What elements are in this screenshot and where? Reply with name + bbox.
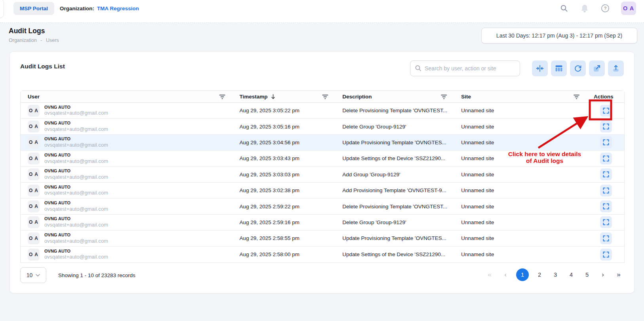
column-header-description[interactable]: Description bbox=[335, 91, 454, 102]
sidebar-edge-stub bbox=[0, 0, 4, 18]
description-cell: Delete Provisioning Template 'OVNGTEST..… bbox=[335, 204, 454, 210]
columns-button[interactable] bbox=[551, 60, 567, 76]
first-page-button[interactable]: « bbox=[484, 268, 495, 281]
filter-icon[interactable] bbox=[322, 94, 328, 99]
chevron-down-icon bbox=[36, 274, 40, 277]
breadcrumb-organization[interactable]: Organization bbox=[9, 38, 37, 43]
table-row[interactable]: O A OVNG AUTO ovsqatest+auto@gmail.com A… bbox=[21, 151, 624, 166]
refresh-button[interactable] bbox=[570, 60, 586, 76]
sort-desc-icon[interactable] bbox=[271, 94, 275, 99]
site-cell: Unnamed site bbox=[454, 108, 587, 113]
view-details-button[interactable] bbox=[600, 136, 612, 148]
user-email: ovsqatest+auto@gmail.com bbox=[44, 110, 108, 116]
last-page-button[interactable]: » bbox=[614, 268, 624, 281]
actions-cell bbox=[587, 216, 625, 228]
actions-cell bbox=[587, 249, 625, 261]
user-cell: O A OVNG AUTO ovsqatest+auto@gmail.com bbox=[21, 232, 232, 244]
actions-cell bbox=[587, 168, 625, 180]
user-cell: O A OVNG AUTO ovsqatest+auto@gmail.com bbox=[21, 136, 232, 148]
notifications-bell-icon[interactable] bbox=[580, 4, 589, 13]
row-avatar: O A bbox=[28, 200, 40, 212]
table-row[interactable]: O A OVNG AUTO ovsqatest+auto@gmail.com A… bbox=[21, 167, 624, 183]
search-input[interactable] bbox=[410, 60, 520, 76]
actions-cell bbox=[587, 121, 625, 132]
table-row[interactable]: O A OVNG AUTO ovsqatest+auto@gmail.com A… bbox=[21, 230, 624, 246]
audit-logs-card: Audit Logs List bbox=[9, 51, 635, 293]
table-row[interactable]: O A OVNG AUTO ovsqatest+auto@gmail.com A… bbox=[21, 215, 624, 230]
site-cell: Unnamed site bbox=[454, 140, 587, 145]
table-row[interactable]: O A OVNG AUTO ovsqatest+auto@gmail.com A… bbox=[21, 103, 624, 119]
row-avatar: O A bbox=[28, 216, 40, 228]
filter-icon[interactable] bbox=[574, 94, 579, 99]
page-button-5[interactable]: 5 bbox=[582, 268, 592, 281]
user-name: OVNG AUTO bbox=[44, 216, 108, 222]
description-cell: Add Group 'Group-9129' bbox=[335, 172, 454, 177]
column-header-user[interactable]: User bbox=[21, 91, 232, 102]
search-icon[interactable] bbox=[559, 4, 569, 13]
next-page-button[interactable]: › bbox=[598, 268, 608, 281]
page-button-4[interactable]: 4 bbox=[566, 268, 576, 281]
site-cell: Unnamed site bbox=[454, 172, 587, 177]
actions-cell bbox=[587, 200, 625, 212]
previous-page-button[interactable]: ‹ bbox=[500, 268, 511, 281]
description-cell: Delete Group 'Group-9129' bbox=[335, 219, 454, 225]
user-cell: O A OVNG AUTO ovsqatest+auto@gmail.com bbox=[21, 168, 232, 180]
view-details-button[interactable] bbox=[600, 232, 612, 244]
actions-cell bbox=[587, 105, 625, 117]
filter-icon[interactable] bbox=[219, 94, 225, 99]
user-name: OVNG AUTO bbox=[44, 105, 108, 110]
msp-portal-button[interactable]: MSP Portal bbox=[13, 2, 54, 15]
view-details-button[interactable] bbox=[600, 200, 612, 212]
user-cell: O A OVNG AUTO ovsqatest+auto@gmail.com bbox=[21, 105, 232, 117]
page-size-select[interactable]: 10 bbox=[20, 267, 46, 283]
help-icon[interactable]: ? bbox=[600, 4, 610, 13]
table-row[interactable]: O A OVNG AUTO ovsqatest+auto@gmail.com A… bbox=[21, 198, 624, 214]
audit-logs-page: MSP Portal Organization: TMA Regression bbox=[0, 0, 644, 321]
filter-icon[interactable] bbox=[441, 94, 447, 99]
table-row[interactable]: O A OVNG AUTO ovsqatest+auto@gmail.com A… bbox=[21, 135, 624, 151]
collapse-columns-button[interactable] bbox=[532, 60, 548, 76]
export-button[interactable] bbox=[608, 60, 624, 76]
breadcrumb: Organization - Users bbox=[9, 38, 59, 43]
column-header-timestamp[interactable]: Timestamp bbox=[232, 91, 335, 102]
view-details-button[interactable] bbox=[600, 153, 612, 164]
page-title: Audit Logs bbox=[9, 27, 45, 35]
column-header-site[interactable]: Site bbox=[454, 91, 587, 102]
view-details-button[interactable] bbox=[600, 185, 612, 196]
page-head: Audit Logs Organization - Users Last 30 … bbox=[0, 25, 644, 50]
site-cell: Unnamed site bbox=[454, 204, 587, 210]
user-email: ovsqatest+auto@gmail.com bbox=[44, 238, 108, 244]
description-cell: Update Provisioning Template 'OVNGTES... bbox=[335, 140, 454, 145]
records-summary: Showing 1 - 10 of 23283 records bbox=[58, 272, 135, 278]
date-range-button[interactable]: Last 30 Days: 12:17 pm (Aug 3) - 12:17 p… bbox=[481, 28, 637, 43]
table-row[interactable]: O A OVNG AUTO ovsqatest+auto@gmail.com A… bbox=[21, 119, 624, 134]
view-details-button[interactable] bbox=[600, 168, 612, 180]
user-cell: O A OVNG AUTO ovsqatest+auto@gmail.com bbox=[21, 153, 232, 164]
site-cell: Unnamed site bbox=[454, 251, 587, 257]
column-header-actions: Actions bbox=[587, 91, 625, 102]
breadcrumb-users[interactable]: Users bbox=[46, 38, 59, 43]
row-avatar: O A bbox=[28, 185, 40, 196]
open-external-button[interactable] bbox=[589, 60, 605, 76]
table-row[interactable]: O A OVNG AUTO ovsqatest+auto@gmail.com A… bbox=[21, 183, 624, 198]
user-name: OVNG AUTO bbox=[44, 232, 108, 238]
organization-name-link[interactable]: TMA Regression bbox=[97, 6, 139, 11]
user-name: OVNG AUTO bbox=[44, 185, 108, 190]
timestamp-cell: Aug 29, 2025 2:58:00 pm bbox=[232, 251, 335, 257]
user-name: OVNG AUTO bbox=[44, 249, 108, 254]
page-button-1[interactable]: 1 bbox=[516, 268, 529, 281]
site-cell: Unnamed site bbox=[454, 124, 587, 130]
description-cell: Delete Group 'Group-9129' bbox=[335, 124, 454, 130]
description-cell: Add Provisioning Template 'OVNGTEST-9... bbox=[335, 187, 454, 193]
breadcrumb-separator: - bbox=[40, 38, 42, 43]
view-details-button[interactable] bbox=[600, 216, 612, 228]
page-button-2[interactable]: 2 bbox=[534, 268, 545, 281]
table-header-row: User Timestamp bbox=[21, 91, 624, 103]
view-details-button[interactable] bbox=[600, 249, 612, 261]
user-avatar[interactable]: O A bbox=[621, 2, 636, 15]
organization-label: Organization: bbox=[60, 6, 94, 11]
table-row[interactable]: O A OVNG AUTO ovsqatest+auto@gmail.com A… bbox=[21, 247, 624, 262]
page-button-3[interactable]: 3 bbox=[550, 268, 560, 281]
view-details-button[interactable] bbox=[600, 105, 612, 117]
view-details-button[interactable] bbox=[600, 121, 612, 132]
